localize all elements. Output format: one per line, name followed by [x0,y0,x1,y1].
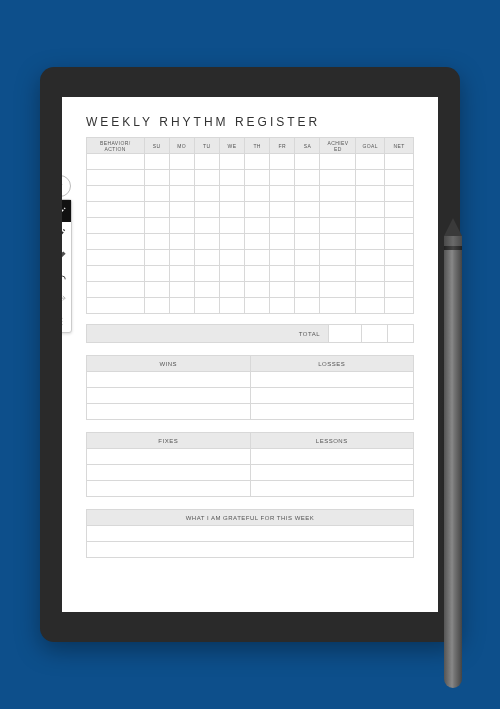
tracker-cell[interactable] [194,234,219,250]
tracker-cell[interactable] [194,202,219,218]
tracker-cell[interactable] [169,186,194,202]
tracker-cell[interactable] [385,154,414,170]
tracker-cell[interactable] [144,298,169,314]
tracker-cell[interactable] [385,298,414,314]
writing-cell[interactable] [87,372,251,388]
tracker-cell[interactable] [356,250,385,266]
writing-cell[interactable] [250,388,414,404]
writing-cell[interactable] [87,449,251,465]
tracker-cell[interactable] [385,186,414,202]
writing-cell[interactable] [87,465,251,481]
tracker-cell[interactable] [219,234,244,250]
tracker-cell[interactable] [320,282,356,298]
tracker-cell[interactable] [270,234,295,250]
tracker-cell[interactable] [219,266,244,282]
total-goal-cell[interactable] [361,325,387,343]
tracker-cell[interactable] [385,218,414,234]
tracker-cell[interactable] [295,234,320,250]
tracker-cell[interactable] [169,202,194,218]
tracker-cell[interactable] [87,186,145,202]
tracker-cell[interactable] [385,170,414,186]
redo-icon[interactable] [62,288,71,310]
writing-cell[interactable] [250,404,414,420]
total-achieved-cell[interactable] [328,325,361,343]
tracker-cell[interactable] [270,282,295,298]
tracker-cell[interactable] [270,202,295,218]
writing-cell[interactable] [250,449,414,465]
tracker-cell[interactable] [87,202,145,218]
undo-icon[interactable] [62,266,71,288]
tracker-cell[interactable] [295,266,320,282]
tracker-cell[interactable] [144,202,169,218]
tracker-cell[interactable] [169,298,194,314]
tracker-cell[interactable] [169,282,194,298]
tracker-cell[interactable] [219,282,244,298]
tracker-cell[interactable] [245,218,270,234]
writing-cell[interactable] [87,388,251,404]
tracker-cell[interactable] [270,186,295,202]
tracker-cell[interactable] [356,298,385,314]
tracker-cell[interactable] [169,218,194,234]
writing-cell[interactable] [87,481,251,497]
tracker-cell[interactable] [169,170,194,186]
tracker-cell[interactable] [245,250,270,266]
tracker-cell[interactable] [87,218,145,234]
tracker-cell[interactable] [295,282,320,298]
tracker-cell[interactable] [356,186,385,202]
writing-cell[interactable] [87,542,414,558]
tracker-cell[interactable] [295,298,320,314]
tracker-cell[interactable] [169,234,194,250]
tracker-cell[interactable] [144,186,169,202]
eraser-icon[interactable] [62,244,71,266]
tracker-cell[interactable] [144,266,169,282]
tracker-cell[interactable] [194,298,219,314]
tracker-cell[interactable] [169,154,194,170]
tracker-cell[interactable] [385,266,414,282]
tracker-cell[interactable] [356,234,385,250]
tracker-cell[interactable] [270,218,295,234]
tracker-cell[interactable] [87,234,145,250]
tracker-cell[interactable] [295,170,320,186]
tracker-cell[interactable] [87,250,145,266]
tracker-cell[interactable] [385,282,414,298]
tracker-cell[interactable] [356,170,385,186]
tracker-cell[interactable] [245,170,270,186]
tracker-cell[interactable] [194,154,219,170]
tracker-cell[interactable] [270,154,295,170]
tracker-cell[interactable] [144,250,169,266]
tracker-cell[interactable] [245,186,270,202]
tracker-cell[interactable] [194,282,219,298]
tracker-cell[interactable] [295,186,320,202]
tracker-cell[interactable] [320,234,356,250]
tracker-cell[interactable] [270,298,295,314]
tracker-cell[interactable] [320,218,356,234]
tracker-cell[interactable] [295,250,320,266]
tracker-cell[interactable] [194,250,219,266]
tracker-cell[interactable] [87,170,145,186]
tracker-cell[interactable] [144,282,169,298]
tracker-cell[interactable] [320,170,356,186]
tracker-cell[interactable] [219,202,244,218]
tracker-cell[interactable] [245,234,270,250]
writing-cell[interactable] [250,372,414,388]
tracker-cell[interactable] [270,266,295,282]
tracker-cell[interactable] [144,218,169,234]
tracker-cell[interactable] [270,250,295,266]
tracker-cell[interactable] [356,266,385,282]
writing-cell[interactable] [87,526,414,542]
tracker-cell[interactable] [320,298,356,314]
tracker-cell[interactable] [194,186,219,202]
tracker-cell[interactable] [87,154,145,170]
tracker-cell[interactable] [219,186,244,202]
tracker-cell[interactable] [245,154,270,170]
tracker-cell[interactable] [295,154,320,170]
tracker-cell[interactable] [320,266,356,282]
tracker-cell[interactable] [144,234,169,250]
tracker-cell[interactable] [194,218,219,234]
pen-icon[interactable] [62,200,71,222]
tracker-cell[interactable] [144,154,169,170]
tracker-cell[interactable] [219,218,244,234]
tracker-cell[interactable] [194,170,219,186]
total-net-cell[interactable] [387,325,413,343]
tracker-cell[interactable] [87,266,145,282]
